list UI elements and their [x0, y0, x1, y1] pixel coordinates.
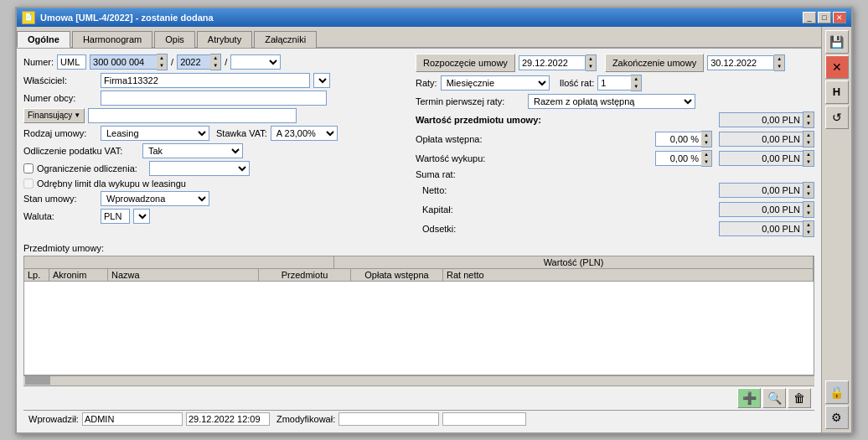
oplata-pct-input[interactable] — [655, 132, 701, 147]
tab-opis[interactable]: Opis — [154, 31, 195, 48]
rozpoczecie-date-input[interactable] — [519, 55, 586, 70]
tab-harmonogram[interactable]: Harmonogram — [72, 31, 152, 48]
tab-bar: Ogólne Harmonogram Opis Atrybuty Załączn… — [17, 27, 821, 49]
tab-ogolne[interactable]: Ogólne — [17, 31, 70, 48]
numer-spin-down[interactable]: ▼ — [157, 62, 167, 70]
numer-suffix-select[interactable] — [230, 54, 281, 70]
zmodyfikowal-date-input[interactable] — [442, 412, 526, 426]
year-input[interactable] — [177, 54, 210, 70]
year-spin-down[interactable]: ▼ — [210, 62, 220, 70]
wykup-input[interactable] — [719, 151, 803, 166]
maximize-button[interactable]: □ — [818, 12, 831, 23]
suma-label: Suma rat: — [416, 169, 456, 179]
oplata-pct-down[interactable]: ▼ — [701, 139, 711, 147]
ilosc-spin-down[interactable]: ▼ — [631, 83, 641, 91]
wlasciciel-label: Właściciel: — [23, 75, 97, 85]
ilosc-spin-up[interactable]: ▲ — [631, 75, 641, 83]
oplata-spin-down[interactable]: ▼ — [803, 139, 814, 147]
rodzaj-select[interactable]: Leasing — [101, 126, 209, 141]
window-icon: 📄 — [22, 11, 35, 24]
wartosc-spin-up[interactable]: ▲ — [803, 112, 814, 120]
tab-zalaczniki[interactable]: Załączniki — [254, 31, 317, 48]
odsetki-spin-up[interactable]: ▲ — [803, 221, 814, 229]
horizontal-scrollbar[interactable] — [23, 375, 814, 386]
kapital-spin-up[interactable]: ▲ — [803, 202, 814, 210]
save-button[interactable]: 💾 — [825, 30, 849, 54]
delete-icon: 🗑 — [793, 391, 805, 405]
scroll-thumb[interactable] — [25, 376, 50, 385]
wprowadzil-date-input[interactable] — [186, 412, 270, 426]
ilosc-input[interactable] — [597, 75, 631, 91]
waluta-input[interactable] — [101, 209, 130, 224]
tab-atrybuty[interactable]: Atrybuty — [197, 31, 252, 48]
termin-select[interactable]: Razem z opłatą wstępną — [528, 94, 695, 109]
zakonczenie-spin-up[interactable]: ▲ — [774, 55, 784, 63]
rozpoczecie-spin-down[interactable]: ▼ — [586, 63, 596, 70]
odliczenie-select[interactable]: Tak — [142, 143, 243, 158]
ograniczenie-select[interactable] — [149, 161, 250, 176]
odsetki-spin-down[interactable]: ▼ — [803, 229, 814, 236]
zakonczenie-button[interactable]: Zakończenie umowy — [605, 54, 704, 72]
oplata-spin-up[interactable]: ▲ — [803, 132, 814, 139]
stan-select[interactable]: Wprowadzona — [101, 191, 209, 206]
minimize-button[interactable]: _ — [803, 12, 816, 23]
numer-obcy-input[interactable] — [101, 91, 327, 106]
lock-icon: 🔒 — [829, 386, 844, 399]
termin-label: Termin pierwszej raty: — [416, 96, 524, 106]
wykup-row: Wartość wykupu: ▲ ▼ — [416, 150, 814, 167]
search-icon: 🔍 — [767, 391, 782, 405]
netto-input[interactable] — [719, 183, 803, 198]
stan-row: Stan umowy: Wprowadzona — [23, 191, 409, 206]
netto-spin-up[interactable]: ▲ — [803, 183, 814, 190]
wykup-spin-up[interactable]: ▲ — [803, 151, 814, 158]
add-button[interactable]: ➕ — [737, 388, 761, 408]
numer-prefix-input[interactable] — [57, 54, 86, 70]
numer-spin-up[interactable]: ▲ — [157, 54, 167, 62]
rozpoczecie-date-spin: ▲ ▼ — [519, 54, 597, 71]
close-button[interactable]: ✕ — [833, 12, 846, 23]
kapital-input[interactable] — [719, 202, 803, 217]
numer-sep1: / — [171, 57, 173, 67]
wlasciciel-select[interactable] — [313, 73, 330, 88]
wartosc-input[interactable] — [719, 112, 803, 127]
rozpoczecie-spin-up[interactable]: ▲ — [586, 55, 596, 63]
stawka-select[interactable]: A 23,00% — [271, 126, 338, 141]
wykup-pct-up[interactable]: ▲ — [701, 151, 711, 158]
wartosc-spin-down[interactable]: ▼ — [803, 120, 814, 127]
th-przedmiotu: Przedmiotu — [259, 269, 351, 281]
add-icon: ➕ — [742, 391, 757, 405]
oplata-input[interactable] — [719, 132, 803, 147]
delete-button[interactable]: 🗑 — [788, 388, 811, 408]
netto-spin-down[interactable]: ▼ — [803, 190, 814, 198]
rozpoczecie-button[interactable]: Rozpoczęcie umowy — [416, 54, 515, 72]
zakonczenie-date-input[interactable] — [707, 55, 774, 70]
year-spin-up[interactable]: ▲ — [210, 54, 220, 62]
numer-value-input[interactable] — [90, 54, 157, 70]
wprowadzil-label: Wprowadził: — [28, 414, 79, 424]
cancel-button[interactable]: ✕ — [825, 55, 849, 79]
right-toolbar: 💾 ✕ H ↺ 🔒 ⚙ — [821, 27, 851, 432]
odsetki-input[interactable] — [719, 221, 803, 236]
lock-button[interactable]: 🔒 — [825, 380, 849, 404]
wykup-spin-down[interactable]: ▼ — [803, 158, 814, 166]
titlebar: 📄 Umowa [UML-4/2022] - zostanie dodana _… — [17, 8, 851, 27]
wprowadzil-input[interactable] — [82, 412, 183, 426]
zakonczenie-spin-down[interactable]: ▼ — [774, 63, 784, 70]
oplata-pct-up[interactable]: ▲ — [701, 132, 711, 139]
ograniczenie-checkbox[interactable] — [23, 163, 34, 173]
wykup-pct-input[interactable] — [655, 151, 701, 166]
raty-select[interactable]: Miesięcznie — [441, 75, 550, 91]
wlasciciel-input[interactable] — [101, 73, 310, 88]
finansujacy-input[interactable] — [88, 108, 297, 123]
refresh-button[interactable]: ↺ — [825, 106, 849, 129]
wykup-pct-down[interactable]: ▼ — [701, 158, 711, 166]
search-button[interactable]: 🔍 — [762, 388, 786, 408]
waluta-select[interactable] — [133, 209, 150, 224]
zmodyfikowal-input[interactable] — [338, 412, 439, 426]
finansujacy-button[interactable]: Finansujący ▼ — [23, 108, 85, 123]
zakonczenie-spinbtns: ▲ ▼ — [774, 54, 785, 71]
kapital-spin-down[interactable]: ▼ — [803, 210, 814, 217]
help-button[interactable]: H — [825, 80, 849, 104]
extra-button[interactable]: ⚙ — [825, 406, 849, 429]
odrebny-checkbox[interactable] — [23, 179, 34, 189]
